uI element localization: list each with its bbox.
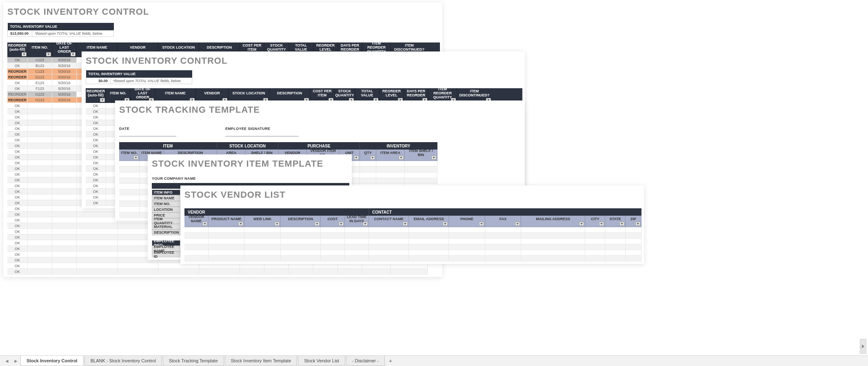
table-cell[interactable] [52, 120, 77, 126]
table-cell[interactable] [289, 263, 313, 269]
filter-dropdown-icon[interactable] [635, 222, 640, 226]
table-cell[interactable]: REORDER [7, 74, 28, 80]
table-cell[interactable]: OK [7, 160, 28, 166]
table-cell[interactable] [52, 240, 77, 246]
table-row[interactable] [184, 227, 642, 233]
table-cell[interactable] [184, 227, 209, 233]
table-cell[interactable]: OK [7, 263, 28, 269]
table-cell[interactable] [409, 256, 449, 261]
table-cell[interactable] [485, 239, 521, 244]
table-cell[interactable] [28, 149, 52, 154]
table-cell[interactable] [199, 263, 240, 269]
table-cell[interactable] [521, 250, 585, 256]
table-cell[interactable] [449, 227, 485, 233]
table-cell[interactable] [521, 239, 585, 244]
table-cell[interactable] [119, 178, 140, 184]
filter-dropdown-icon[interactable] [339, 222, 344, 226]
table-cell[interactable] [345, 233, 369, 239]
filter-dropdown-icon[interactable] [399, 156, 404, 160]
table-cell[interactable] [360, 178, 376, 184]
table-cell[interactable] [52, 166, 77, 172]
table-cell[interactable] [264, 269, 289, 274]
table-cell[interactable]: OK [7, 109, 28, 114]
table-cell[interactable] [52, 234, 77, 240]
filter-dropdown-icon[interactable] [479, 222, 484, 226]
table-cell[interactable] [244, 244, 280, 250]
table-cell[interactable] [52, 269, 77, 274]
table-cell[interactable] [585, 244, 605, 250]
table-cell[interactable]: 5/20/16 [52, 92, 77, 97]
table-cell[interactable] [345, 250, 369, 256]
filter-dropdown-icon[interactable] [315, 222, 320, 226]
table-cell[interactable] [28, 234, 52, 240]
table-cell[interactable] [521, 244, 585, 250]
filter-dropdown-icon[interactable] [619, 222, 624, 226]
table-cell[interactable]: OK [7, 257, 28, 263]
sheet-tab[interactable]: Stock Vendor List [298, 356, 345, 366]
table-cell[interactable]: OK [86, 189, 106, 194]
table-cell[interactable] [485, 227, 521, 233]
table-cell[interactable] [521, 233, 585, 239]
table-cell[interactable] [369, 244, 409, 250]
table-cell[interactable]: OK [86, 154, 106, 160]
table-cell[interactable] [119, 184, 140, 190]
table-cell[interactable] [585, 239, 605, 244]
table-cell[interactable] [28, 200, 52, 206]
table-cell[interactable] [52, 154, 77, 160]
table-cell[interactable] [289, 269, 313, 274]
table-cell[interactable] [28, 252, 52, 257]
table-cell[interactable] [405, 172, 437, 178]
filter-dropdown-icon[interactable] [443, 222, 448, 226]
table-cell[interactable] [77, 246, 118, 252]
table-cell[interactable] [345, 256, 369, 261]
add-sheet-button[interactable]: ＋ [386, 356, 395, 366]
table-cell[interactable]: OK [7, 172, 28, 177]
filter-dropdown-icon[interactable] [515, 222, 520, 226]
table-cell[interactable] [626, 256, 642, 261]
table-cell[interactable] [391, 263, 428, 269]
table-cell[interactable] [119, 195, 140, 201]
table-cell[interactable] [209, 233, 244, 239]
filter-dropdown-icon[interactable] [100, 98, 105, 102]
table-cell[interactable] [376, 161, 405, 167]
table-cell[interactable] [369, 256, 409, 261]
table-cell[interactable]: REORDER [7, 92, 28, 97]
table-cell[interactable] [119, 212, 140, 218]
table-cell[interactable] [184, 244, 209, 250]
table-cell[interactable] [209, 227, 244, 233]
column-header[interactable]: ITEM AREA [376, 150, 405, 161]
date-field[interactable] [119, 131, 176, 136]
table-cell[interactable] [28, 183, 52, 189]
table-cell[interactable] [338, 263, 362, 269]
table-cell[interactable] [52, 126, 77, 132]
table-cell[interactable] [28, 137, 52, 143]
table-cell[interactable] [240, 269, 264, 274]
column-header[interactable]: ITEM SHELF / BIN [405, 150, 437, 161]
table-cell[interactable] [321, 250, 345, 256]
table-cell[interactable]: OK [86, 200, 106, 206]
table-cell[interactable] [485, 256, 521, 261]
table-cell[interactable]: OK [7, 269, 28, 274]
table-cell[interactable]: 5/20/16 [52, 63, 77, 69]
table-cell[interactable]: OK [86, 172, 106, 177]
table-cell[interactable] [605, 233, 625, 239]
table-row[interactable] [184, 256, 642, 261]
table-cell[interactable] [184, 250, 209, 256]
tab-scroll-left-icon[interactable]: ◄ [2, 356, 11, 366]
table-cell[interactable]: OK [86, 120, 106, 126]
table-cell[interactable] [313, 269, 338, 274]
table-cell[interactable] [184, 239, 209, 244]
column-header[interactable]: CITY [585, 216, 605, 227]
table-cell[interactable] [485, 250, 521, 256]
column-header[interactable]: REORDER (auto-fill) [86, 88, 106, 103]
table-cell[interactable]: OK [86, 143, 106, 149]
table-cell[interactable]: OK [7, 217, 28, 223]
table-cell[interactable] [28, 172, 52, 177]
table-cell[interactable] [345, 244, 369, 250]
table-cell[interactable]: OK [7, 57, 28, 63]
table-cell[interactable] [409, 239, 449, 244]
table-cell[interactable]: OK [86, 160, 106, 166]
table-cell[interactable] [28, 194, 52, 200]
table-cell[interactable] [52, 177, 77, 183]
table-cell[interactable]: OK [86, 194, 106, 200]
